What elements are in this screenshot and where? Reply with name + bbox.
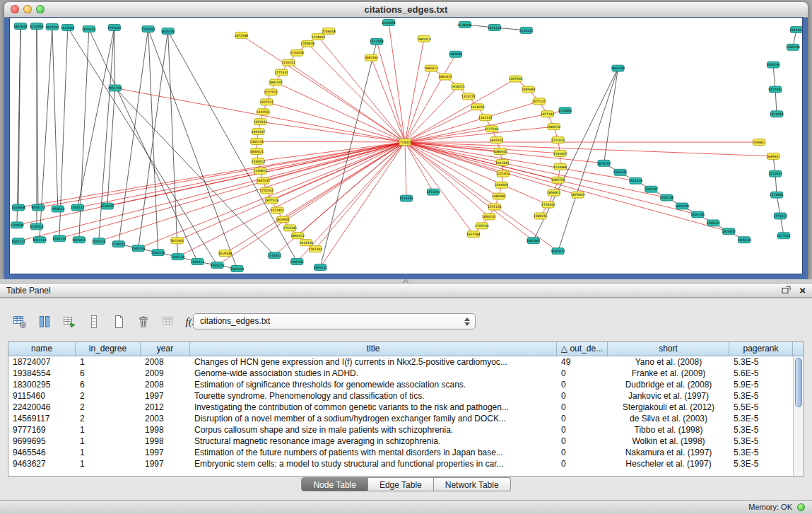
graph-edge[interactable]	[52, 27, 58, 209]
graph-node[interactable]: 1097343	[509, 76, 523, 82]
graph-node[interactable]: 1505148	[786, 44, 800, 50]
table-cell[interactable]: 0	[557, 390, 608, 402]
graph-node[interactable]: 1523451	[271, 207, 285, 214]
graph-node[interactable]: 1210601	[558, 107, 572, 114]
graph-node[interactable]: 1151441	[426, 189, 440, 195]
graph-node[interactable]: 1753141	[283, 225, 298, 231]
graph-node[interactable]: 1095754	[551, 177, 565, 183]
graph-edge[interactable]	[405, 142, 578, 195]
graph-edge[interactable]	[405, 142, 473, 234]
graph-edge[interactable]	[405, 86, 458, 142]
column-header[interactable]: pagerank	[729, 342, 793, 356]
graph-edge[interactable]	[775, 89, 777, 114]
graph-node[interactable]: 1224063	[311, 33, 325, 40]
table-cell[interactable]: 2009	[141, 368, 190, 379]
graph-edge[interactable]	[405, 69, 431, 142]
graph-edge[interactable]	[405, 107, 478, 142]
table-cell[interactable]: 5.3E-5	[729, 356, 793, 368]
graph-edge[interactable]	[297, 142, 405, 262]
table-cell[interactable]: 9115460	[8, 390, 76, 402]
graph-node[interactable]: 1747134	[475, 223, 489, 229]
table-cell[interactable]: Stergiakouli et al. (2012)	[608, 402, 729, 413]
graph-node[interactable]: 1530513	[252, 158, 266, 164]
table-row[interactable]: 2242004622012Investigating the contribut…	[8, 402, 793, 413]
graph-node[interactable]: 2126122	[519, 27, 534, 33]
table-cell[interactable]: Changes of HCN gene expression and I(f) …	[190, 356, 557, 368]
table-cell[interactable]: 6	[76, 368, 141, 379]
graph-node[interactable]: 1805462	[526, 238, 541, 244]
table-cell[interactable]: 6	[76, 379, 141, 390]
graph-node[interactable]: 1724022	[398, 139, 412, 146]
column-header[interactable]: year	[141, 342, 190, 356]
graph-edge[interactable]	[99, 142, 405, 241]
graph-node[interactable]: 1505114	[52, 235, 66, 242]
graph-node[interactable]: 9105013	[30, 223, 44, 230]
graph-node[interactable]: 1577107	[532, 98, 546, 105]
graph-edge[interactable]	[389, 23, 405, 142]
graph-edge[interactable]	[320, 42, 377, 267]
graph-node[interactable]: 1320174	[461, 93, 476, 100]
table-cell[interactable]: 9465546	[8, 447, 76, 458]
table-cell[interactable]: 2008	[141, 356, 190, 368]
graph-node[interactable]: 1924502	[722, 228, 736, 235]
graph-node[interactable]: 2520655	[100, 203, 114, 209]
graph-node[interactable]: 2144204	[290, 49, 305, 56]
graph-node[interactable]: 1872588	[235, 32, 249, 38]
table-cell[interactable]: 19384554	[8, 368, 76, 379]
table-cell[interactable]: 1998	[141, 424, 190, 436]
graph-edge[interactable]	[17, 142, 405, 225]
graph-node[interactable]: 2104203	[141, 25, 155, 32]
graph-node[interactable]: 1981613	[424, 65, 438, 71]
graph-node[interactable]: 1512549	[370, 38, 384, 45]
graph-node[interactable]: 1776341	[541, 201, 555, 208]
graph-node[interactable]: 1853044	[13, 23, 28, 29]
graph-edge[interactable]	[139, 142, 405, 248]
new-table-icon[interactable]	[109, 313, 129, 331]
table-cell[interactable]: 5.3E-5	[729, 413, 793, 424]
graph-node[interactable]: 1877143	[541, 111, 555, 117]
graph-node[interactable]: 1589231	[534, 213, 548, 219]
graph-node[interactable]: 1664091	[449, 51, 463, 57]
table-cell[interactable]: 0	[557, 447, 608, 458]
table-cell[interactable]: 1997	[141, 458, 190, 469]
table-cell[interactable]: 2	[76, 402, 141, 413]
table-cell[interactable]: de Silva et al. (2003)	[608, 413, 729, 424]
graph-node[interactable]: 1210553	[768, 170, 782, 177]
graph-node[interactable]: 1442551	[257, 109, 271, 115]
table-cell[interactable]: 5.5E-5	[729, 402, 793, 413]
graph-edge[interactable]	[377, 42, 405, 142]
table-cell[interactable]: Jankovic et al. (1997)	[608, 390, 729, 402]
graph-node[interactable]: 9245012	[551, 248, 565, 255]
graph-node[interactable]: 1905015	[72, 237, 86, 243]
graph-node[interactable]: 2485083	[522, 86, 536, 93]
table-row[interactable]: 1872400712008Changes of HCN gene express…	[8, 356, 793, 368]
graph-edge[interactable]	[241, 35, 405, 142]
table-cell[interactable]: 18300295	[8, 379, 76, 390]
table-cell[interactable]: Yano et al. (2008)	[608, 356, 729, 368]
graph-node[interactable]: 1275141	[275, 69, 289, 76]
graph-node[interactable]: 1205120	[171, 254, 185, 260]
graph-node[interactable]: 2051704	[108, 85, 122, 91]
graph-edge[interactable]	[178, 142, 405, 257]
table-cell[interactable]: 5.3E-5	[729, 424, 793, 436]
graph-node[interactable]: 1505137	[645, 186, 659, 192]
graph-edge[interactable]	[558, 69, 618, 252]
graph-edge[interactable]	[257, 141, 405, 142]
table-cell[interactable]: 2003	[141, 413, 190, 424]
float-panel-icon[interactable]	[782, 284, 791, 297]
graph-edge[interactable]	[318, 37, 405, 142]
graph-node[interactable]: 1505138	[660, 194, 674, 201]
graph-node[interactable]: 1664794	[611, 65, 625, 71]
graph-edge[interactable]	[405, 127, 554, 142]
graph-node[interactable]: 1977319	[265, 197, 279, 204]
table-cell[interactable]: Investigating the contribution of common…	[190, 402, 557, 413]
graph-node[interactable]: 1875943	[571, 192, 585, 198]
table-cell[interactable]: 1	[76, 447, 141, 458]
table-cell[interactable]: 0	[557, 368, 608, 379]
graph-node[interactable]: 1505117	[71, 204, 85, 211]
table-cell[interactable]: 5.6E-5	[729, 368, 793, 379]
graph-node[interactable]: 1961013	[417, 35, 431, 42]
table-cell[interactable]: 2	[76, 413, 141, 424]
graph-node[interactable]: 1505135	[613, 169, 628, 175]
graph-node[interactable]: 1850232	[482, 214, 496, 220]
